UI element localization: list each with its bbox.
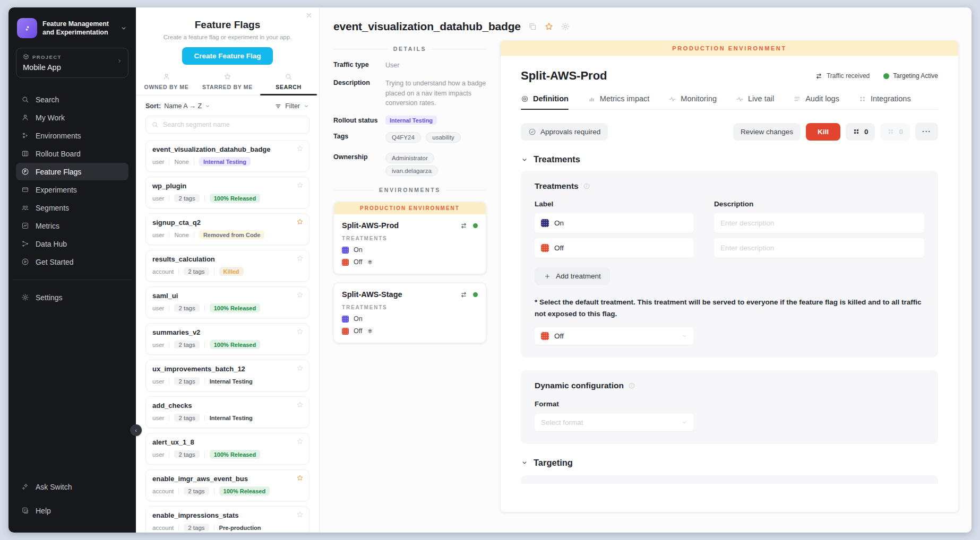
sidebar-item-experiments[interactable]: Experiments — [16, 181, 128, 198]
flag-list-item[interactable]: alert_ux_1_8 user 2 tags 100% Released — [145, 433, 310, 465]
sidebar-collapse-handle[interactable]: ‹ — [130, 424, 142, 436]
star-icon[interactable] — [296, 401, 304, 408]
treatment-on-label: On — [354, 246, 363, 254]
treatments-label: TREATMENTS — [342, 304, 478, 310]
targeting-card-stub — [521, 475, 938, 484]
format-select[interactable]: Select format — [535, 414, 694, 431]
flag-list-item[interactable]: summaries_v2 user 2 tags 100% Released — [145, 323, 310, 355]
treatment-description-input[interactable] — [714, 238, 924, 258]
flag-list-item[interactable]: add_checks user 2 tags Internal Testing — [145, 396, 310, 428]
tag-pill[interactable]: usability — [426, 132, 461, 143]
rollout-status-badge: Internal Testing — [385, 116, 437, 125]
star-icon[interactable] — [296, 474, 304, 482]
metrics-icon — [21, 222, 29, 230]
filter-dropdown[interactable]: Filter — [274, 102, 310, 110]
secondary-counter: 0 — [880, 123, 910, 141]
tab-definition[interactable]: Definition — [521, 94, 569, 109]
star-icon[interactable] — [544, 22, 554, 31]
owner-pill[interactable]: Administrator — [385, 153, 434, 163]
create-feature-flag-button[interactable]: Create Feature Flag — [182, 47, 272, 65]
treatments-label: TREATMENTS — [342, 236, 478, 241]
flag-list-item[interactable]: saml_ui user 2 tags 100% Released — [145, 286, 310, 318]
info-icon[interactable] — [628, 382, 635, 389]
flag-list-item[interactable]: enable_imgr_aws_event_bus account 2 tags… — [145, 469, 310, 501]
tab-owned-by-me[interactable]: OWNED BY ME — [136, 73, 197, 95]
flag-traffic-type: user — [152, 195, 164, 202]
more-actions-button[interactable]: ··· — [915, 123, 938, 141]
sidebar-item-ask-switch[interactable]: Ask Switch — [16, 478, 128, 495]
flag-list-item[interactable]: event_visualization_datahub_badge user N… — [145, 140, 310, 172]
star-icon[interactable] — [296, 291, 304, 299]
sort-dropdown[interactable]: Name A → Z — [164, 102, 211, 110]
flag-list-item[interactable]: signup_cta_q2 user None Removed from Cod… — [145, 213, 310, 245]
sidebar-item-metrics[interactable]: Metrics — [16, 217, 128, 234]
tab-live-tail[interactable]: Live tail — [736, 94, 774, 109]
tab-monitoring[interactable]: Monitoring — [668, 94, 717, 109]
star-icon[interactable] — [296, 255, 304, 262]
treatments-section-heading[interactable]: Treatments — [521, 154, 938, 164]
owner-pill[interactable]: ivan.delagarza — [385, 166, 438, 176]
sidebar-item-feature-flags[interactable]: Feature Flags — [16, 163, 128, 180]
environment-card-stage[interactable]: Split-AWS-Stage TREATMENTS On — [333, 283, 486, 343]
star-icon[interactable] — [296, 181, 304, 189]
default-treatment-select[interactable]: Off — [535, 327, 694, 345]
flag-search-input[interactable] — [163, 121, 304, 128]
app-logo-icon — [17, 18, 37, 38]
help-icon — [21, 507, 29, 515]
star-icon[interactable] — [296, 511, 304, 518]
sidebar-item-data-hub[interactable]: Data Hub — [16, 235, 128, 252]
flag-list-item[interactable]: enable_impressions_stats account 2 tags … — [145, 506, 310, 533]
tab-integrations[interactable]: Integrations — [858, 94, 911, 109]
treatment-label-field[interactable]: Off — [535, 238, 694, 258]
brand[interactable]: Feature Management and Experimentation — [16, 18, 128, 38]
close-icon[interactable] — [305, 12, 313, 19]
sidebar-item-rollout-board[interactable]: Rollout Board — [16, 145, 128, 162]
targeting-section-heading[interactable]: Targeting — [521, 458, 938, 468]
treatment-off-swatch — [342, 328, 349, 335]
treatments-card-title: Treatments — [535, 181, 579, 191]
treatment-label-field[interactable]: On — [535, 213, 694, 233]
star-icon[interactable] — [296, 364, 304, 372]
flag-list-item[interactable]: ux_improvements_batch_12 user 2 tags Int… — [145, 360, 310, 391]
review-changes-button[interactable]: Review changes — [733, 123, 801, 141]
status-badge: Internal Testing — [199, 157, 251, 166]
tab-audit-logs[interactable]: Audit logs — [793, 94, 839, 109]
chevron-down-icon[interactable] — [120, 24, 127, 32]
changes-counter[interactable]: 0 — [846, 123, 875, 141]
gear-icon[interactable] — [561, 22, 570, 31]
tab-search[interactable]: SEARCH — [258, 73, 319, 95]
description-column-header: Description — [714, 200, 924, 208]
sidebar-item-my-work[interactable]: My Work — [16, 109, 128, 126]
project-selector[interactable]: PROJECT Mobile App — [16, 48, 128, 78]
sidebar-item-search[interactable]: Search — [16, 91, 128, 108]
targeting-active-indicator: Targeting Active — [883, 72, 938, 80]
flag-traffic-type: account — [152, 268, 174, 275]
star-icon[interactable] — [296, 218, 304, 225]
tab-metrics-impact[interactable]: Metrics impact — [588, 94, 649, 109]
copy-icon[interactable] — [528, 22, 537, 31]
sidebar-item-help[interactable]: Help — [16, 502, 128, 519]
tab-starred-by-me[interactable]: STARRED BY ME — [197, 73, 258, 95]
sidebar-item-segments[interactable]: Segments — [16, 199, 128, 216]
production-environment-banner: PRODUCTION ENVIRONMENT — [334, 202, 486, 214]
flag-list-item[interactable]: wp_plugin user 2 tags 100% Released — [145, 177, 310, 208]
environment-card-prod[interactable]: PRODUCTION ENVIRONMENT Split-AWS-Prod TR… — [333, 202, 486, 274]
add-treatment-button[interactable]: Add treatment — [535, 267, 610, 285]
sidebar-item-settings[interactable]: Settings — [16, 289, 128, 306]
sidebar-item-environments[interactable]: Environments — [16, 127, 128, 144]
environment-title: Split-AWS-Prod — [521, 69, 607, 83]
status-badge: 100% Released — [210, 340, 261, 349]
sidebar-item-get-started[interactable]: Get Started — [16, 253, 128, 271]
star-icon[interactable] — [296, 438, 304, 445]
tag-pill[interactable]: Q4FY24 — [385, 132, 421, 143]
sidebar-footer: Ask Switch Help — [16, 478, 128, 520]
kill-button[interactable]: Kill — [806, 123, 840, 141]
approvals-required-button[interactable]: Approvals required — [521, 123, 608, 141]
info-icon[interactable] — [583, 182, 590, 190]
star-icon[interactable] — [296, 328, 304, 335]
data-hub-icon — [21, 240, 29, 248]
flag-list-item[interactable]: results_calculation account 2 tags Kille… — [145, 250, 310, 282]
flag-tags: None — [174, 159, 189, 165]
star-icon[interactable] — [296, 145, 304, 152]
treatment-description-input[interactable] — [714, 213, 924, 233]
